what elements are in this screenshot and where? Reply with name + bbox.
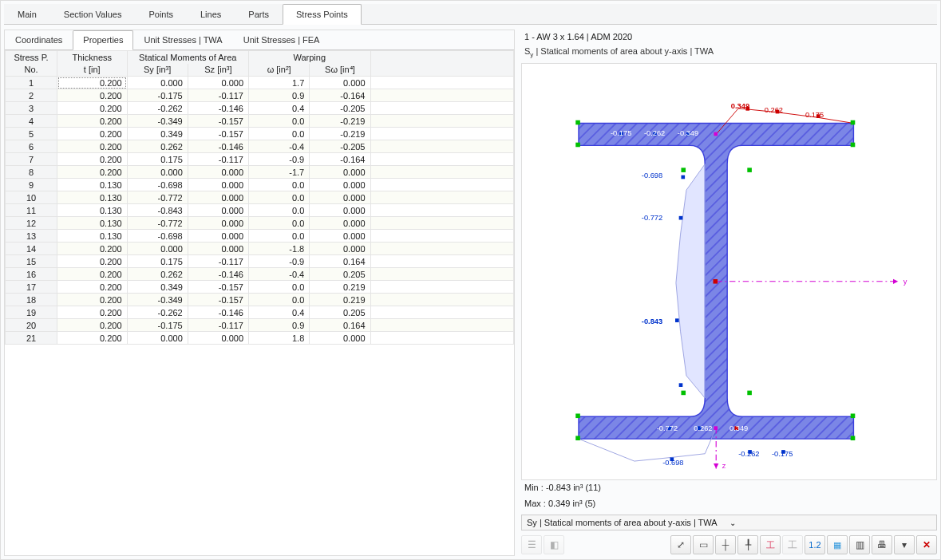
right-panel: 1 - AW 3 x 1.64 | ADM 2020 Sy | Statical…	[521, 30, 937, 556]
tool-window-icon[interactable]: ◧	[544, 535, 564, 554]
viewer-max: Max : 0.349 in³ (5)	[521, 496, 937, 511]
main-tab-points[interactable]: Points	[135, 4, 187, 24]
svg-rect-6	[575, 413, 580, 418]
tool-section2-icon[interactable]: 工	[782, 535, 803, 554]
viewer-subtitle: Sy | Statical moments of area about y-ax…	[521, 44, 937, 61]
tool-print-drop-icon[interactable]: ▾	[894, 535, 915, 554]
grid-row[interactable]: 100.130-0.7720.0000.00.000	[6, 191, 514, 204]
sub-tab-unit-stresses-twa[interactable]: Unit Stresses | TWA	[133, 30, 232, 49]
svg-rect-11	[747, 168, 752, 172]
tool-section-axes-icon[interactable]: ╀	[737, 535, 758, 554]
tool-tree-icon[interactable]: ☰	[521, 535, 542, 554]
svg-text:-0.262: -0.262	[738, 449, 759, 457]
grid-row[interactable]: 60.2000.262-0.146-0.4-0.205	[6, 140, 514, 153]
svg-rect-10	[681, 168, 686, 172]
grid-row[interactable]: 20.200-0.175-0.1170.9-0.164	[6, 89, 514, 102]
grid-row[interactable]: 140.2000.0000.000-1.80.000	[6, 243, 514, 255]
grid-row[interactable]: 30.200-0.262-0.1460.4-0.205	[6, 102, 514, 115]
main-tab-section-values[interactable]: Section Values	[50, 4, 136, 24]
main-tab-main[interactable]: Main	[4, 4, 50, 24]
tool-section1-icon[interactable]: 工	[760, 535, 781, 554]
tool-colors-icon[interactable]: ▥	[849, 535, 870, 554]
grid-row[interactable]: 160.2000.262-0.146-0.40.205	[6, 268, 514, 281]
sub-tab-row: CoordinatesPropertiesUnit Stresses | TWA…	[5, 30, 514, 50]
grid-row[interactable]: 120.130-0.7720.0000.00.000	[6, 217, 514, 230]
svg-rect-5	[851, 143, 856, 148]
tool-frame-icon[interactable]: ▭	[693, 535, 714, 554]
viewer-title: 1 - AW 3 x 1.64 | ADM 2020	[521, 30, 937, 44]
svg-rect-12	[681, 391, 686, 396]
col-spare	[370, 51, 514, 77]
grid-row[interactable]: 70.2000.175-0.117-0.9-0.164	[6, 153, 514, 166]
z-axis-label: z	[722, 462, 726, 470]
svg-text:-0.698: -0.698	[662, 459, 683, 467]
svg-text:0.349: 0.349	[731, 102, 749, 110]
section-viewer[interactable]: y z	[521, 63, 937, 480]
grid-row[interactable]: 80.2000.0000.000-1.70.000	[6, 166, 514, 179]
svg-text:0.262: 0.262	[694, 424, 712, 432]
y-axis-label: y	[903, 278, 907, 286]
grid-row[interactable]: 90.130-0.6980.0000.00.000	[6, 179, 514, 191]
left-panel: CoordinatesPropertiesUnit Stresses | TWA…	[4, 30, 515, 556]
tool-clear-icon[interactable]: ✕	[916, 535, 937, 554]
dropdown-label: Sy | Statical moments of area about y-ax…	[527, 518, 729, 527]
svg-text:-0.772: -0.772	[657, 424, 678, 432]
svg-rect-24	[679, 216, 683, 220]
svg-rect-2	[575, 120, 580, 125]
svg-text:-0.262: -0.262	[644, 129, 665, 137]
grid-row[interactable]: 10.2000.0000.0001.70.000	[6, 77, 514, 89]
svg-rect-16	[713, 279, 718, 284]
svg-rect-15	[714, 426, 718, 430]
col-warp[interactable]: Warping	[249, 51, 371, 64]
svg-rect-26	[679, 383, 683, 387]
grid-row[interactable]: 130.130-0.6980.0000.00.000	[6, 230, 514, 243]
main-tab-parts[interactable]: Parts	[235, 4, 283, 24]
viewer-min: Min : -0.843 in³ (11)	[521, 480, 937, 495]
viewer-toolbar: ☰ ◧ ⤢ ▭ ┼ ╀ 工 工 1.2 ▦ ▥ 🖶 ▾ ✕	[521, 534, 937, 556]
grid-row[interactable]: 50.2000.349-0.1570.0-0.219	[6, 128, 514, 140]
svg-text:-0.843: -0.843	[642, 317, 662, 325]
svg-text:0.349: 0.349	[729, 424, 748, 432]
svg-rect-13	[747, 391, 752, 396]
grid-row[interactable]: 40.200-0.349-0.1570.0-0.219	[6, 115, 514, 128]
grid-row[interactable]: 200.200-0.175-0.1170.90.164	[6, 319, 514, 332]
tool-grid-icon[interactable]: ▦	[827, 535, 848, 554]
grid-row[interactable]: 150.2000.175-0.117-0.90.164	[6, 255, 514, 268]
svg-text:-0.175: -0.175	[772, 449, 793, 457]
main-tab-row: MainSection ValuesPointsLinesPartsStress…	[4, 4, 937, 25]
main-tab-stress-points[interactable]: Stress Points	[283, 4, 362, 25]
grid-row[interactable]: 170.2000.349-0.1570.00.219	[6, 281, 514, 294]
grid-row[interactable]: 180.200-0.349-0.1570.00.219	[6, 294, 514, 306]
tool-axes-icon[interactable]: ┼	[715, 535, 736, 554]
svg-rect-25	[675, 318, 679, 322]
tool-values-icon[interactable]: 1.2	[805, 535, 825, 554]
main-tab-lines[interactable]: Lines	[187, 4, 235, 24]
chevron-down-icon: ⌄	[729, 519, 932, 527]
col-thickness[interactable]: Thickness	[57, 51, 127, 64]
svg-text:-0.175: -0.175	[611, 129, 631, 137]
result-type-dropdown[interactable]: Sy | Statical moments of area about y-ax…	[521, 515, 937, 530]
grid-row[interactable]: 210.2000.0000.0001.80.000	[6, 332, 514, 345]
grid-row[interactable]: 110.130-0.8430.0000.00.000	[6, 204, 514, 217]
svg-text:0.262: 0.262	[765, 105, 783, 113]
sub-tab-unit-stresses-fea[interactable]: Unit Stresses | FEA	[233, 30, 330, 49]
svg-rect-23	[681, 175, 685, 179]
svg-text:0.175: 0.175	[805, 111, 824, 119]
col-rowno[interactable]: Stress P.	[6, 51, 57, 64]
tool-print-icon[interactable]: 🖶	[872, 535, 892, 554]
col-statmom[interactable]: Statical Moments of Area	[127, 51, 249, 64]
svg-rect-4	[575, 143, 580, 148]
svg-text:-0.349: -0.349	[678, 129, 698, 137]
svg-text:-0.698: -0.698	[642, 172, 662, 179]
svg-rect-3	[851, 120, 856, 125]
stress-points-grid[interactable]: Stress P. Thickness Statical Moments of …	[5, 50, 514, 345]
web-envelope	[676, 164, 705, 398]
tool-fit-icon[interactable]: ⤢	[670, 535, 691, 554]
svg-rect-9	[851, 436, 856, 440]
sub-tab-coordinates[interactable]: Coordinates	[5, 30, 73, 49]
sub-tab-properties[interactable]: Properties	[73, 30, 133, 50]
svg-rect-8	[575, 436, 580, 440]
svg-rect-7	[851, 413, 856, 418]
svg-rect-14	[714, 132, 718, 136]
grid-row[interactable]: 190.200-0.262-0.1460.40.205	[6, 306, 514, 319]
